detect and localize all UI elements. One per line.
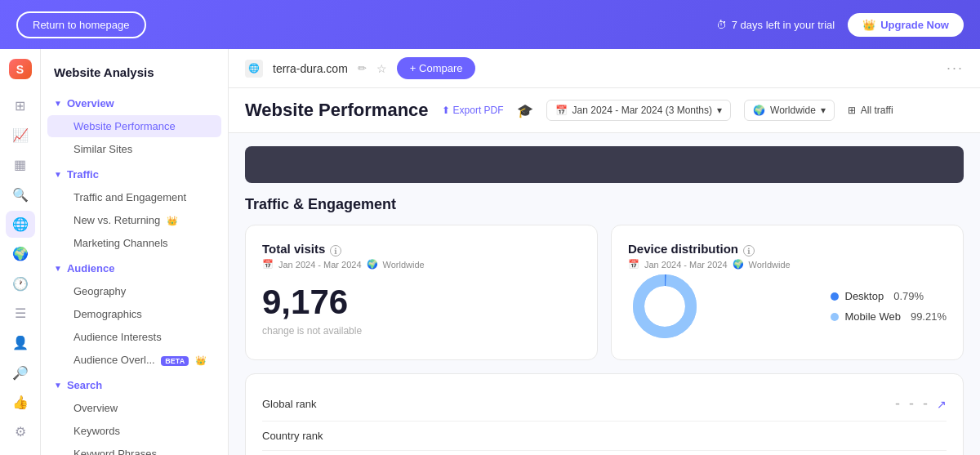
nav-section-audience-header[interactable]: ▼ Audience <box>41 257 228 279</box>
total-visits-card: Total visits ℹ 📅 Jan 2024 - Mar 2024 🌍 W… <box>245 225 598 360</box>
donut-chart <box>628 270 702 343</box>
icon-sidebar: S ⊞ 📈 ▦ 🔍 🌐 🌍 🕐 ☰ 👤 🔎 👍 ⚙ <box>0 49 41 455</box>
sidebar-item-search-overview[interactable]: Overview <box>47 397 221 419</box>
section-title: Traffic & Engagement <box>245 196 964 213</box>
nav-section-overview: ▼ Overview Website Performance Similar S… <box>41 92 228 160</box>
metrics-row: Total visits ℹ 📅 Jan 2024 - Mar 2024 🌍 W… <box>245 225 964 360</box>
more-options-button[interactable]: ··· <box>947 60 964 77</box>
sidebar-icon-search2[interactable]: 🔎 <box>6 359 35 386</box>
clock-icon: ⏱ <box>716 19 727 31</box>
main-content: 🌐 terra-dura.com ✏ ☆ + Compare ··· Websi… <box>229 49 980 455</box>
sidebar-icon-thumb[interactable]: 👍 <box>6 389 35 415</box>
global-rank-icon[interactable]: ↗ <box>937 398 947 411</box>
upgrade-now-button[interactable]: 👑 Upgrade Now <box>848 13 964 37</box>
beta-badge: BETA <box>161 356 189 366</box>
site-url: terra-dura.com <box>273 62 348 75</box>
site-favicon: 🌐 <box>245 60 263 78</box>
sidebar-item-similar-sites[interactable]: Similar Sites <box>47 138 221 160</box>
sidebar-icon-dashboard[interactable]: ⊞ <box>6 92 35 118</box>
export-pdf-button[interactable]: ⬆ Export PDF <box>442 105 504 116</box>
star-icon[interactable]: ☆ <box>376 62 387 75</box>
globe-icon-filter: 🌍 <box>753 105 765 116</box>
sidebar-item-traffic-engagement[interactable]: Traffic and Engagement <box>47 186 221 208</box>
mobile-dot <box>831 313 839 321</box>
nav-section-traffic-header[interactable]: ▼ Traffic <box>41 163 228 185</box>
upload-icon: ⬆ <box>442 105 450 116</box>
crown-icon-new-vs-returning: 👑 <box>167 216 178 225</box>
nav-section-traffic: ▼ Traffic Traffic and Engagement New vs.… <box>41 163 228 254</box>
sidebar-item-keyword-phrases[interactable]: Keyword Phrases <box>47 443 221 455</box>
device-legend: Desktop 0.79% Mobile Web 99.21% <box>831 290 947 323</box>
nav-sidebar: Website Analysis ▼ Overview Website Perf… <box>41 49 229 455</box>
total-visits-value: 9,176 <box>262 283 581 322</box>
sidebar-icon-clock[interactable]: 🕐 <box>6 270 35 297</box>
sidebar-item-marketing-channels[interactable]: Marketing Channels <box>47 232 221 254</box>
sidebar-icon-bar[interactable]: ▦ <box>6 152 35 178</box>
app-title: Website Analysis <box>41 59 228 92</box>
crown-icon: 👑 <box>862 19 875 31</box>
return-to-homepage-button[interactable]: Return to homepage <box>16 11 146 38</box>
sidebar-icon-list[interactable]: ☰ <box>6 300 35 326</box>
global-rank-row: Global rank - - - ↗ <box>262 387 947 422</box>
total-visits-subtitle: 📅 Jan 2024 - Mar 2024 🌍 Worldwide <box>262 259 581 270</box>
cards-area: Traffic & Engagement Total visits ℹ 📅 Ja… <box>229 183 980 455</box>
desktop-legend-item: Desktop 0.79% <box>831 290 947 302</box>
sidebar-icon-settings[interactable]: ⚙ <box>6 419 35 445</box>
country-rank-label: Country rank <box>262 430 323 442</box>
device-dist-subtitle: 📅 Jan 2024 - Mar 2024 🌍 Worldwide <box>628 259 947 270</box>
sidebar-item-audience-overlay[interactable]: Audience Overl... BETA 👑 <box>47 349 221 371</box>
compare-button[interactable]: + Compare <box>397 57 476 79</box>
graduation-icon[interactable]: 🎓 <box>517 103 533 118</box>
total-visits-title: Total visits <box>262 242 325 256</box>
edit-icon[interactable]: ✏ <box>358 62 367 74</box>
globe-icon-dd: 🌍 <box>733 259 744 270</box>
device-distribution-card: Device distribution ℹ 📅 Jan 2024 - Mar 2… <box>611 225 964 360</box>
traffic-icon: ⊞ <box>848 105 856 116</box>
chevron-down-icon-audience: ▼ <box>54 264 62 273</box>
sidebar-item-audience-interests[interactable]: Audience Interests <box>47 326 221 348</box>
device-dist-title: Device distribution <box>628 242 738 256</box>
globe-icon-tv: 🌍 <box>367 259 378 270</box>
total-visits-change: change is not available <box>262 325 581 337</box>
sidebar-item-geography[interactable]: Geography <box>47 280 221 302</box>
sidebar-icon-person[interactable]: 👤 <box>6 330 35 356</box>
nav-section-overview-header[interactable]: ▼ Overview <box>41 92 228 114</box>
traffic-filter[interactable]: ⊞ All traffi <box>848 105 893 116</box>
nav-section-search: ▼ Search Overview Keywords Keyword Phras… <box>41 374 228 455</box>
sidebar-icon-globe[interactable]: 🌐 <box>6 211 35 237</box>
date-range-filter[interactable]: 📅 Jan 2024 - Mar 2024 (3 Months) ▾ <box>546 100 731 121</box>
page-title: Website Performance <box>245 100 429 121</box>
mobile-legend-item: Mobile Web 99.21% <box>831 310 947 323</box>
chevron-down-icon-search: ▼ <box>54 381 62 390</box>
chevron-down-icon-date: ▾ <box>717 105 722 116</box>
geo-filter[interactable]: 🌍 Worldwide ▾ <box>744 100 835 121</box>
chevron-down-icon: ▼ <box>54 99 62 108</box>
chevron-down-icon-geo: ▾ <box>821 105 826 116</box>
rank-card: Global rank - - - ↗ Country rank <box>245 373 964 455</box>
nav-section-audience: ▼ Audience Geography Demographics Audien… <box>41 257 228 371</box>
sidebar-item-keywords[interactable]: Keywords <box>47 420 221 442</box>
svg-point-2 <box>639 280 691 332</box>
country-rank-row: Country rank <box>262 422 947 451</box>
sidebar-item-website-performance[interactable]: Website Performance <box>47 115 221 137</box>
calendar-icon-tv: 📅 <box>262 259 274 270</box>
desktop-pct: 0.79% <box>893 290 924 302</box>
nav-section-search-header[interactable]: ▼ Search <box>41 374 228 396</box>
sidebar-item-demographics[interactable]: Demographics <box>47 303 221 325</box>
crown-icon-audience-overlay: 👑 <box>195 355 207 365</box>
sidebar-icon-search[interactable]: 🔍 <box>6 181 35 207</box>
content-header: Website Performance ⬆ Export PDF 🎓 📅 Jan… <box>229 88 980 133</box>
calendar-icon: 📅 <box>555 105 568 116</box>
sidebar-item-new-vs-returning[interactable]: New vs. Returning 👑 <box>47 209 221 231</box>
sidebar-icon-chart[interactable]: 📈 <box>6 122 35 148</box>
main-layout: S ⊞ 📈 ▦ 🔍 🌐 🌍 🕐 ☰ 👤 🔎 👍 ⚙ Website Analys… <box>0 49 980 455</box>
app-logo: S <box>9 59 32 79</box>
promo-banner <box>245 146 964 183</box>
mobile-pct: 99.21% <box>911 310 947 323</box>
sidebar-icon-globe2[interactable]: 🌍 <box>6 241 35 267</box>
calendar-icon-dd: 📅 <box>628 259 639 270</box>
total-visits-info-icon[interactable]: ℹ <box>330 245 341 256</box>
device-dist-info-icon[interactable]: ℹ <box>743 245 755 256</box>
trial-text: ⏱ 7 days left in your trial <box>716 19 835 31</box>
sub-header: 🌐 terra-dura.com ✏ ☆ + Compare ··· <box>229 49 980 88</box>
